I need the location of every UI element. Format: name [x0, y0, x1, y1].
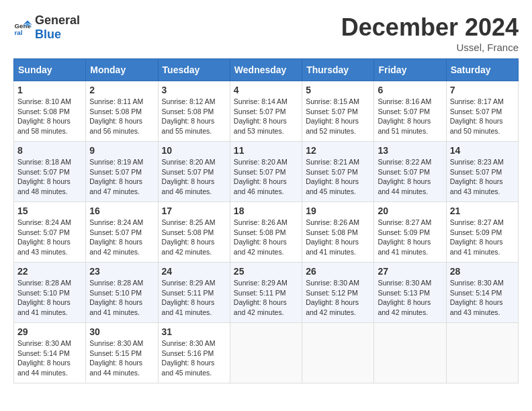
header-sunday: Sunday — [14, 59, 86, 81]
day-number: 5 — [306, 85, 370, 95]
calendar-cell: 20 Sunrise: 8:27 AM Sunset: 5:09 PM Dayl… — [374, 202, 446, 263]
calendar-week-row: 1 Sunrise: 8:10 AM Sunset: 5:08 PM Dayli… — [14, 81, 519, 142]
calendar-week-row: 8 Sunrise: 8:18 AM Sunset: 5:07 PM Dayli… — [14, 142, 519, 202]
cell-content: Sunrise: 8:12 AM Sunset: 5:08 PM Dayligh… — [162, 97, 226, 136]
day-number: 11 — [234, 145, 298, 156]
day-number: 27 — [378, 266, 442, 277]
calendar-cell: 5 Sunrise: 8:15 AM Sunset: 5:07 PM Dayli… — [302, 81, 374, 142]
day-number: 13 — [378, 145, 442, 156]
calendar-cell: 8 Sunrise: 8:18 AM Sunset: 5:07 PM Dayli… — [14, 142, 86, 202]
logo-icon: Gene ral — [13, 18, 32, 37]
cell-content: Sunrise: 8:22 AM Sunset: 5:07 PM Dayligh… — [378, 157, 442, 197]
day-number: 19 — [306, 205, 370, 216]
cell-content: Sunrise: 8:14 AM Sunset: 5:07 PM Dayligh… — [234, 97, 298, 136]
calendar-cell: 9 Sunrise: 8:19 AM Sunset: 5:07 PM Dayli… — [86, 142, 158, 202]
calendar-cell — [374, 323, 446, 383]
cell-content: Sunrise: 8:23 AM Sunset: 5:07 PM Dayligh… — [450, 157, 515, 197]
calendar-cell: 2 Sunrise: 8:11 AM Sunset: 5:08 PM Dayli… — [86, 81, 158, 142]
cell-content: Sunrise: 8:17 AM Sunset: 5:07 PM Dayligh… — [450, 97, 515, 136]
calendar-cell: 26 Sunrise: 8:30 AM Sunset: 5:12 PM Dayl… — [302, 263, 374, 323]
calendar-cell: 10 Sunrise: 8:20 AM Sunset: 5:07 PM Dayl… — [158, 142, 230, 202]
location: Ussel, France — [341, 42, 519, 53]
cell-content: Sunrise: 8:16 AM Sunset: 5:07 PM Dayligh… — [378, 97, 442, 136]
calendar-cell: 12 Sunrise: 8:21 AM Sunset: 5:07 PM Dayl… — [302, 142, 374, 202]
logo: Gene ral General Blue — [13, 13, 80, 42]
day-number: 28 — [450, 266, 515, 277]
day-number: 9 — [89, 145, 154, 156]
calendar-cell: 31 Sunrise: 8:30 AM Sunset: 5:16 PM Dayl… — [158, 323, 230, 383]
cell-content: Sunrise: 8:20 AM Sunset: 5:07 PM Dayligh… — [162, 157, 226, 197]
svg-text:ral: ral — [14, 29, 22, 36]
calendar-cell: 30 Sunrise: 8:30 AM Sunset: 5:15 PM Dayl… — [86, 323, 158, 383]
header-monday: Monday — [86, 59, 158, 81]
day-number: 8 — [17, 145, 82, 156]
day-number: 15 — [17, 205, 82, 216]
day-number: 26 — [306, 266, 370, 277]
day-number: 31 — [162, 326, 226, 337]
calendar-cell: 22 Sunrise: 8:28 AM Sunset: 5:10 PM Dayl… — [14, 263, 86, 323]
day-number: 17 — [162, 205, 226, 216]
day-number: 18 — [234, 205, 298, 216]
day-number: 4 — [234, 85, 298, 95]
calendar-cell — [230, 323, 302, 383]
cell-content: Sunrise: 8:28 AM Sunset: 5:10 PM Dayligh… — [17, 278, 82, 318]
day-number: 7 — [450, 85, 515, 95]
day-number: 30 — [89, 326, 154, 337]
logo-text: General Blue — [35, 13, 80, 42]
cell-content: Sunrise: 8:30 AM Sunset: 5:15 PM Dayligh… — [89, 338, 154, 378]
calendar-week-row: 22 Sunrise: 8:28 AM Sunset: 5:10 PM Dayl… — [14, 263, 519, 323]
day-number: 10 — [162, 145, 226, 156]
cell-content: Sunrise: 8:26 AM Sunset: 5:08 PM Dayligh… — [234, 218, 298, 257]
day-number: 22 — [17, 266, 82, 277]
cell-content: Sunrise: 8:24 AM Sunset: 5:07 PM Dayligh… — [17, 218, 82, 257]
day-number: 6 — [378, 85, 442, 95]
calendar-cell: 1 Sunrise: 8:10 AM Sunset: 5:08 PM Dayli… — [14, 81, 86, 142]
cell-content: Sunrise: 8:27 AM Sunset: 5:09 PM Dayligh… — [378, 218, 442, 257]
cell-content: Sunrise: 8:11 AM Sunset: 5:08 PM Dayligh… — [89, 97, 154, 136]
day-number: 2 — [89, 85, 154, 95]
day-number: 16 — [89, 205, 154, 216]
calendar-cell — [302, 323, 374, 383]
calendar-week-row: 29 Sunrise: 8:30 AM Sunset: 5:14 PM Dayl… — [14, 323, 519, 383]
day-number: 23 — [89, 266, 154, 277]
calendar-cell: 7 Sunrise: 8:17 AM Sunset: 5:07 PM Dayli… — [446, 81, 518, 142]
calendar-cell: 25 Sunrise: 8:29 AM Sunset: 5:11 PM Dayl… — [230, 263, 302, 323]
cell-content: Sunrise: 8:21 AM Sunset: 5:07 PM Dayligh… — [306, 157, 370, 197]
header-wednesday: Wednesday — [230, 59, 302, 81]
calendar-cell: 27 Sunrise: 8:30 AM Sunset: 5:13 PM Dayl… — [374, 263, 446, 323]
day-number: 29 — [17, 326, 82, 337]
calendar-header-row: SundayMondayTuesdayWednesdayThursdayFrid… — [14, 59, 519, 81]
calendar-cell: 6 Sunrise: 8:16 AM Sunset: 5:07 PM Dayli… — [374, 81, 446, 142]
calendar-week-row: 15 Sunrise: 8:24 AM Sunset: 5:07 PM Dayl… — [14, 202, 519, 263]
calendar-cell: 4 Sunrise: 8:14 AM Sunset: 5:07 PM Dayli… — [230, 81, 302, 142]
day-number: 1 — [17, 85, 82, 95]
day-number: 12 — [306, 145, 370, 156]
calendar-cell: 17 Sunrise: 8:25 AM Sunset: 5:08 PM Dayl… — [158, 202, 230, 263]
title-block: December 2024 Ussel, France — [341, 13, 519, 53]
cell-content: Sunrise: 8:30 AM Sunset: 5:14 PM Dayligh… — [17, 338, 82, 378]
day-number: 24 — [162, 266, 226, 277]
cell-content: Sunrise: 8:19 AM Sunset: 5:07 PM Dayligh… — [89, 157, 154, 197]
calendar-cell: 23 Sunrise: 8:28 AM Sunset: 5:10 PM Dayl… — [86, 263, 158, 323]
cell-content: Sunrise: 8:30 AM Sunset: 5:16 PM Dayligh… — [162, 338, 226, 378]
cell-content: Sunrise: 8:28 AM Sunset: 5:10 PM Dayligh… — [89, 278, 154, 318]
calendar-cell: 11 Sunrise: 8:20 AM Sunset: 5:07 PM Dayl… — [230, 142, 302, 202]
day-number: 21 — [450, 205, 515, 216]
cell-content: Sunrise: 8:30 AM Sunset: 5:13 PM Dayligh… — [378, 278, 442, 318]
calendar-cell: 21 Sunrise: 8:27 AM Sunset: 5:09 PM Dayl… — [446, 202, 518, 263]
month-title: December 2024 — [341, 13, 519, 42]
calendar-cell: 28 Sunrise: 8:30 AM Sunset: 5:14 PM Dayl… — [446, 263, 518, 323]
calendar-cell: 16 Sunrise: 8:24 AM Sunset: 5:07 PM Dayl… — [86, 202, 158, 263]
cell-content: Sunrise: 8:29 AM Sunset: 5:11 PM Dayligh… — [162, 278, 226, 318]
calendar-cell: 19 Sunrise: 8:26 AM Sunset: 5:08 PM Dayl… — [302, 202, 374, 263]
day-number: 25 — [234, 266, 298, 277]
day-number: 14 — [450, 145, 515, 156]
cell-content: Sunrise: 8:27 AM Sunset: 5:09 PM Dayligh… — [450, 218, 515, 257]
cell-content: Sunrise: 8:15 AM Sunset: 5:07 PM Dayligh… — [306, 97, 370, 136]
header-saturday: Saturday — [446, 59, 518, 81]
calendar-cell: 14 Sunrise: 8:23 AM Sunset: 5:07 PM Dayl… — [446, 142, 518, 202]
cell-content: Sunrise: 8:10 AM Sunset: 5:08 PM Dayligh… — [17, 97, 82, 136]
calendar-cell: 29 Sunrise: 8:30 AM Sunset: 5:14 PM Dayl… — [14, 323, 86, 383]
day-number: 3 — [162, 85, 226, 95]
cell-content: Sunrise: 8:18 AM Sunset: 5:07 PM Dayligh… — [17, 157, 82, 197]
